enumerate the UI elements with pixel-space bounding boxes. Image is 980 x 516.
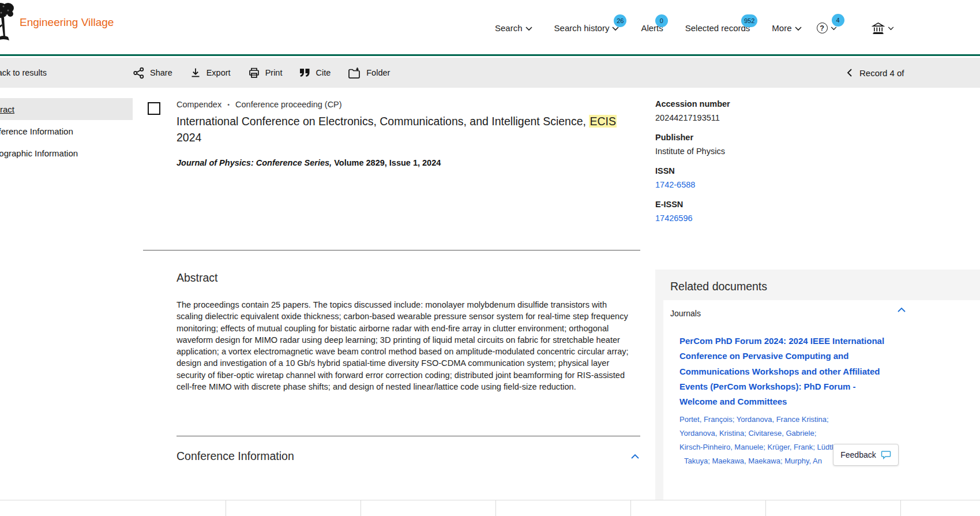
- back-to-results-label: Back to results: [0, 68, 47, 77]
- share-label: Share: [150, 68, 172, 77]
- cite-label: Cite: [316, 68, 331, 77]
- export-button[interactable]: Export: [190, 67, 231, 78]
- feedback-button[interactable]: Feedback: [833, 444, 899, 466]
- meta-eissn: E-ISSN 17426596: [655, 200, 846, 223]
- nav-search-label: Search: [495, 23, 523, 33]
- strip-card[interactable]: [901, 500, 980, 516]
- print-label: Print: [265, 68, 283, 77]
- nav-alerts[interactable]: Alerts 0: [641, 23, 663, 33]
- sidebar-item-bibliographic-information[interactable]: Bibliographic Information: [0, 142, 133, 164]
- conference-information-section-header: Conference Information: [177, 450, 640, 463]
- nav-search-history[interactable]: Search history 26: [554, 23, 619, 33]
- database-label: Compendex: [177, 100, 221, 109]
- meta-issn: ISSN 1742-6588: [655, 166, 846, 189]
- bank-icon: [872, 22, 885, 34]
- nav-institution[interactable]: [872, 22, 894, 34]
- sidebar-item-conference-information-label: Conference Information: [0, 126, 73, 136]
- journals-group-label: Journals: [670, 309, 701, 318]
- folder-button[interactable]: Folder: [348, 67, 390, 79]
- related-documents-panel: Related documents Journals PerCom PhD Fo…: [655, 270, 980, 500]
- chevron-up-icon: [898, 307, 906, 312]
- nav-more[interactable]: More: [772, 23, 801, 33]
- collapse-section-button[interactable]: [630, 453, 640, 460]
- share-icon: [133, 67, 145, 79]
- strip-card[interactable]: [631, 500, 766, 516]
- collapse-journals-button[interactable]: [896, 306, 907, 313]
- eissn-link[interactable]: 17426596: [655, 214, 846, 223]
- printer-icon: [248, 67, 260, 79]
- abstract-text: The proceedings contain 25 papers. The t…: [177, 299, 632, 392]
- meta-label: ISSN: [655, 166, 846, 175]
- issn-link[interactable]: 1742-6588: [655, 180, 846, 189]
- record-title: International Conference on Electronics,…: [177, 113, 635, 145]
- chevron-up-icon: [631, 454, 639, 459]
- record-pagination-label: Record 4 of: [859, 68, 904, 78]
- chevron-left-icon: [847, 69, 852, 77]
- nav-more-label: More: [772, 23, 791, 33]
- record-pagination[interactable]: Record 4 of: [847, 58, 904, 88]
- print-button[interactable]: Print: [248, 67, 283, 79]
- section-sidebar: Abstract Conference Information Bibliogr…: [0, 98, 133, 164]
- cite-button[interactable]: Cite: [299, 68, 331, 78]
- search-term-highlight: ECIS: [589, 115, 617, 128]
- journals-group-header[interactable]: Journals: [670, 307, 980, 320]
- bullet-separator: •: [227, 101, 230, 108]
- source-line: Journal of Physics: Conference Series, V…: [177, 158, 441, 167]
- record-title-year: 2024: [177, 131, 201, 144]
- author-line[interactable]: Portet, François; Yordanova, France Kris…: [679, 413, 980, 427]
- meta-value: Institute of Physics: [655, 147, 846, 156]
- site-header: Engineering Village Search Search histor…: [0, 0, 980, 56]
- download-icon: [190, 67, 201, 78]
- brand-title[interactable]: Engineering Village: [20, 16, 114, 29]
- elsevier-tree-logo[interactable]: [0, 1, 17, 47]
- quote-icon: [299, 68, 310, 78]
- main-nav: Search Search history 26 Alerts 0 Select…: [495, 0, 894, 56]
- back-to-results-link[interactable]: Back to results: [0, 58, 47, 88]
- related-documents-card: Journals PerCom PhD Forum 2024: 2024 IEE…: [663, 300, 980, 500]
- volume-issue: Volume 2829, Issue 1, 2024: [332, 158, 441, 167]
- document-type-line: Compendex • Conference proceeding (CP): [177, 100, 342, 109]
- strip-card[interactable]: [766, 500, 901, 516]
- folder-add-icon: [348, 67, 361, 79]
- strip-card[interactable]: [496, 500, 631, 516]
- author-line[interactable]: Kirsch-Pinheiro, Manuele; Krüger, Frank;…: [679, 440, 980, 454]
- meta-accession-number: Accession number 20244217193511: [655, 99, 846, 122]
- engineering-village-record-page: Engineering Village Search Search histor…: [0, 0, 980, 516]
- divider: [177, 436, 640, 436]
- meta-value: 20244217193511: [655, 113, 846, 122]
- related-documents-heading: Related documents: [670, 280, 767, 293]
- divider: [143, 250, 640, 250]
- chevron-down-icon: [525, 27, 532, 31]
- nav-selected-records-label: Selected records: [685, 23, 750, 33]
- export-label: Export: [206, 68, 231, 77]
- related-document-authors: Portet, François; Yordanova, France Kris…: [679, 413, 980, 468]
- selected-records-count-badge: 952: [741, 14, 757, 27]
- record-meta-panel: Accession number 20244217193511 Publishe…: [655, 99, 846, 233]
- conference-information-heading: Conference Information: [177, 450, 294, 463]
- strip-card[interactable]: [91, 500, 226, 516]
- search-history-count-badge: 26: [614, 14, 626, 27]
- sidebar-item-abstract[interactable]: Abstract: [0, 98, 133, 120]
- related-document-title-link[interactable]: PerCom PhD Forum 2024: 2024 IEEE Interna…: [679, 334, 894, 409]
- folder-label: Folder: [366, 68, 390, 77]
- record-checkbox[interactable]: [148, 102, 160, 115]
- nav-selected-records[interactable]: Selected records 952: [685, 23, 750, 33]
- journal-name: Journal of Physics: Conference Series,: [177, 158, 332, 167]
- sidebar-item-conference-information[interactable]: Conference Information: [0, 120, 133, 142]
- abstract-heading: Abstract: [177, 271, 218, 285]
- chevron-down-icon: [831, 27, 837, 31]
- record-content: Compendex • Conference proceeding (CP) I…: [143, 88, 640, 516]
- nav-search-history-label: Search history: [554, 23, 610, 33]
- chevron-down-icon: [888, 27, 894, 31]
- chevron-down-icon: [795, 27, 802, 31]
- nav-help[interactable]: ? 4: [817, 23, 837, 33]
- share-button[interactable]: Share: [133, 67, 172, 79]
- nav-search[interactable]: Search: [495, 23, 532, 33]
- author-line[interactable]: Yordanova, Kristina; Civitarese, Gabriel…: [679, 427, 980, 440]
- author-line[interactable]: Takuya; Maekawa, Maekawa; Murphy, An: [679, 454, 980, 468]
- sidebar-item-bibliographic-information-label: Bibliographic Information: [0, 148, 78, 158]
- strip-card[interactable]: [226, 500, 361, 516]
- strip-card[interactable]: [361, 500, 496, 516]
- bottom-card-strip: [0, 500, 980, 516]
- alerts-count-badge: 0: [655, 14, 668, 27]
